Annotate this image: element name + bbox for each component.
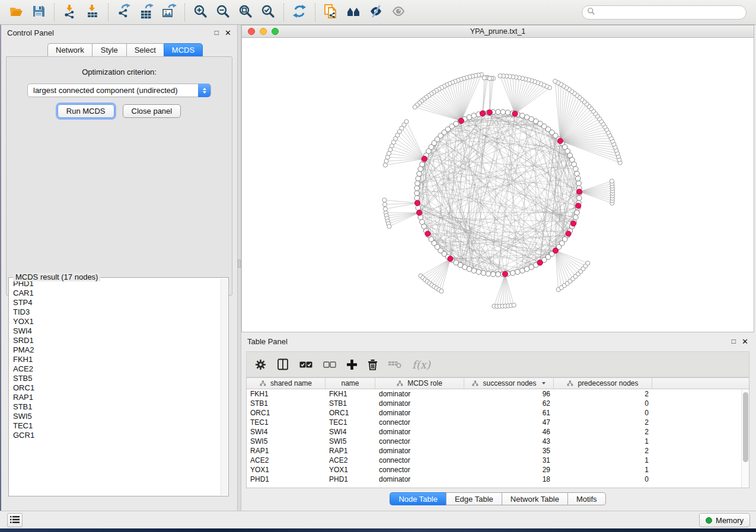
network-leaf-node[interactable] [384, 159, 388, 163]
zoom-selected-button[interactable] [257, 2, 279, 23]
network-leaf-node[interactable] [382, 203, 387, 207]
hide-selected-button[interactable] [365, 2, 387, 23]
network-leaf-node[interactable] [482, 76, 486, 80]
scrollbar-thumb[interactable] [743, 392, 748, 462]
save-session-button[interactable] [27, 2, 50, 23]
table-cell[interactable]: SWI4 [247, 427, 326, 437]
table-cell[interactable]: TEC1 [326, 418, 375, 427]
network-node[interactable] [524, 267, 529, 272]
tab-edge-table[interactable]: Edge Table [446, 492, 502, 505]
mcds-result-item[interactable]: SRD1 [9, 336, 221, 345]
gear-icon[interactable] [255, 359, 266, 370]
network-node[interactable] [510, 271, 515, 276]
network-leaf-node[interactable] [487, 76, 492, 81]
network-leaf-node[interactable] [512, 303, 516, 307]
network-node[interactable] [515, 270, 521, 275]
mcds-result-item[interactable]: GCR1 [9, 431, 221, 440]
mcds-result-item[interactable]: STB1 [9, 402, 221, 412]
table-cell[interactable]: 46 [464, 427, 554, 437]
table-row[interactable]: ORC1ORC1dominator610 [247, 408, 741, 418]
table-cell[interactable]: SWI5 [247, 437, 326, 446]
close-panel-icon[interactable]: ✕ [225, 28, 231, 37]
table-row[interactable]: YOX1YOX1connector291 [247, 465, 741, 475]
tab-mcds[interactable]: MCDS [164, 43, 203, 57]
split-columns-icon[interactable] [277, 358, 289, 370]
network-node[interactable] [573, 215, 579, 220]
mcds-node[interactable] [417, 210, 422, 216]
network-node[interactable] [577, 196, 582, 201]
table-cell[interactable]: 47 [464, 418, 554, 427]
mcds-result-item[interactable]: SWI5 [9, 412, 221, 421]
import-network-button[interactable] [59, 2, 81, 23]
mcds-node[interactable] [576, 189, 582, 194]
tab-network[interactable]: Network [47, 43, 92, 57]
network-node[interactable] [500, 110, 506, 115]
network-leaf-node[interactable] [610, 179, 614, 183]
mcds-node[interactable] [458, 118, 464, 123]
table-row[interactable]: SWI4SWI4dominator462 [247, 427, 741, 437]
zoom-fit-button[interactable] [234, 2, 257, 23]
mcds-result-scrollbar[interactable] [221, 279, 228, 495]
table-cell[interactable]: 2 [554, 418, 652, 427]
mcds-node[interactable] [537, 260, 543, 265]
network-node[interactable] [471, 268, 477, 274]
column-header-MCDS-role[interactable]: MCDS role [375, 378, 464, 389]
table-cell[interactable]: FKH1 [326, 389, 375, 399]
network-node[interactable] [418, 166, 423, 172]
table-cell[interactable]: dominator [375, 475, 464, 484]
optimization-criterion-select[interactable]: largest connected component (undirected) [27, 84, 211, 97]
network-leaf-node[interactable] [413, 105, 417, 109]
network-node[interactable] [416, 205, 421, 210]
table-cell[interactable]: 0 [554, 475, 652, 484]
first-neighbors-button[interactable] [342, 2, 365, 23]
table-cell[interactable]: RAP1 [247, 446, 326, 456]
zoom-out-button[interactable] [212, 2, 234, 23]
table-cell[interactable]: PHD1 [247, 475, 326, 484]
close-panel-icon[interactable]: ✕ [742, 337, 748, 346]
table-cell[interactable]: ACE2 [326, 456, 375, 465]
tab-select[interactable]: Select [126, 43, 164, 57]
table-cell[interactable]: TEC1 [247, 418, 326, 427]
table-cell[interactable]: connector [375, 437, 464, 446]
mcds-result-item[interactable]: RAP1 [9, 393, 221, 402]
select-all-columns-icon[interactable] [299, 361, 312, 368]
network-node[interactable] [490, 272, 496, 277]
tab-motifs[interactable]: Motifs [567, 492, 606, 505]
table-cell[interactable]: 0 [554, 399, 652, 408]
import-table-button[interactable] [81, 2, 104, 23]
clone-network-button[interactable] [320, 2, 342, 23]
mcds-result-item[interactable]: STB5 [9, 374, 221, 383]
float-panel-icon[interactable]: □ [215, 28, 219, 37]
delete-columns-icon[interactable] [368, 359, 378, 370]
mcds-node[interactable] [553, 248, 558, 253]
network-node[interactable] [420, 219, 425, 225]
refresh-layout-button[interactable] [288, 2, 311, 23]
mcds-node[interactable] [487, 110, 492, 115]
mcds-node[interactable] [566, 231, 571, 236]
network-node[interactable] [575, 210, 580, 216]
network-canvas[interactable] [241, 38, 754, 332]
table-cell[interactable]: 0 [554, 408, 652, 418]
network-node[interactable] [481, 271, 486, 276]
table-cell[interactable]: 43 [464, 437, 554, 446]
unselect-all-columns-icon[interactable] [323, 361, 336, 368]
network-graph[interactable] [242, 38, 754, 331]
table-cell[interactable]: YOX1 [247, 465, 326, 475]
table-cell[interactable]: 31 [464, 456, 554, 465]
column-header-predecessor-nodes[interactable]: predecessor nodes [554, 378, 652, 389]
network-node[interactable] [496, 110, 501, 115]
run-mcds-button[interactable]: Run MCDS [58, 104, 114, 118]
table-cell[interactable]: dominator [375, 427, 464, 437]
zoom-in-button[interactable] [189, 2, 212, 23]
network-node[interactable] [415, 181, 420, 186]
show-all-button[interactable] [387, 2, 410, 23]
network-leaf-node[interactable] [553, 79, 557, 84]
export-image-button[interactable] [158, 2, 180, 23]
tab-style[interactable]: Style [92, 43, 126, 57]
table-cell[interactable]: YOX1 [326, 465, 375, 475]
table-cell[interactable]: FKH1 [247, 389, 326, 399]
splitter-grip[interactable] [238, 259, 241, 268]
close-panel-button[interactable]: Close panel [123, 104, 181, 118]
mcds-node[interactable] [414, 200, 420, 206]
table-cell[interactable]: dominator [375, 399, 464, 408]
